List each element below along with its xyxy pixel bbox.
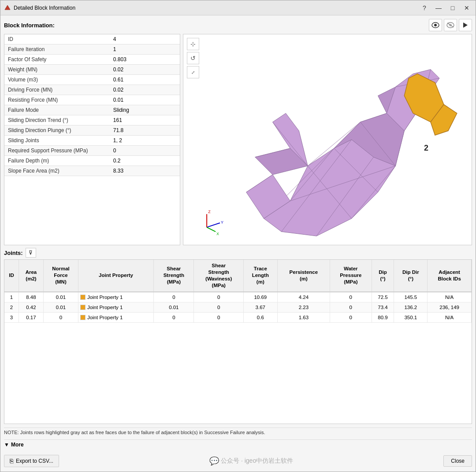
block-info-row: Driving Force (MN) 0.02 bbox=[4, 85, 180, 95]
block-property-label: Failure Iteration bbox=[4, 44, 110, 55]
joint-persistence: 4.24 bbox=[277, 292, 330, 302]
watermark-icon: 💬 bbox=[209, 456, 219, 466]
svg-text:Y: Y bbox=[221, 220, 223, 225]
zoom-fit-button[interactable]: ⤢ bbox=[187, 66, 199, 78]
block-property-value: 0.01 bbox=[110, 95, 180, 105]
help-button[interactable]: ? bbox=[419, 3, 430, 13]
block-property-value: 0.02 bbox=[110, 65, 180, 75]
block-property-label: Failure Mode bbox=[4, 105, 110, 115]
joint-color-indicator bbox=[80, 295, 86, 300]
joint-shear-strength: 0 bbox=[154, 312, 194, 322]
joint-property-name: Joint Property 1 bbox=[87, 315, 123, 320]
table-row: 2 0.42 0.01 Joint Property 1 0.01 0 3.67… bbox=[4, 302, 472, 312]
eye-visible-button[interactable] bbox=[429, 19, 442, 31]
block-property-value: 0 bbox=[110, 146, 180, 156]
block-info-header: Block Information: bbox=[4, 19, 472, 31]
joint-dip: 73.4 bbox=[372, 302, 394, 312]
more-toggle[interactable]: ▼ More bbox=[4, 442, 24, 448]
export-icon: ⎘ bbox=[10, 457, 13, 465]
joint-id: 1 bbox=[4, 292, 19, 302]
joint-dip-dir: 350.1 bbox=[394, 312, 428, 322]
joint-adjacent: N/A bbox=[428, 292, 472, 302]
block-property-label: Factor Of Safety bbox=[4, 55, 110, 65]
block-info-row: Slope Face Area (m2) 8.33 bbox=[4, 166, 180, 176]
block-property-label: Resisting Force (MN) bbox=[4, 95, 110, 105]
joint-shear-waviness: 0 bbox=[194, 312, 243, 322]
joint-property: Joint Property 1 bbox=[78, 292, 153, 302]
viewport-controls: ⊹ ↺ ⤢ bbox=[187, 38, 199, 78]
col-header-shear-waviness: ShearStrength(Waviness)(MPa) bbox=[194, 260, 243, 292]
eye-hidden-button[interactable] bbox=[444, 19, 457, 31]
joint-normal-force: 0 bbox=[44, 312, 78, 322]
joint-persistence: 1.63 bbox=[277, 312, 330, 322]
block-property-label: Required Support Pressure (MPa) bbox=[4, 146, 110, 156]
window-close-button[interactable]: ✕ bbox=[461, 3, 472, 13]
joint-property-name: Joint Property 1 bbox=[87, 305, 123, 310]
rotate-button[interactable]: ↺ bbox=[187, 52, 199, 64]
block-info-row: Resisting Force (MN) 0.01 bbox=[4, 95, 180, 105]
watermark: 💬 公众号 · igeo中仿岩土软件 bbox=[209, 456, 293, 466]
block-property-value: 4 bbox=[110, 34, 180, 44]
block-property-value: 1, 2 bbox=[110, 136, 180, 146]
pan-button[interactable]: ⊹ bbox=[187, 38, 199, 50]
minimize-button[interactable]: — bbox=[433, 3, 444, 13]
filter-button[interactable]: ⊽ bbox=[26, 248, 36, 258]
toolbar-icons bbox=[429, 19, 472, 31]
block-property-value: 1 bbox=[110, 44, 180, 55]
svg-marker-0 bbox=[5, 5, 10, 10]
joint-shear-strength: 0.01 bbox=[154, 302, 194, 312]
block-property-label: Sliding Direction Plunge (°) bbox=[4, 125, 110, 136]
joints-table-wrapper[interactable]: ID Area(m2) NormalForce(MN) Joint Proper… bbox=[4, 259, 472, 424]
block-property-value: 0.803 bbox=[110, 55, 180, 65]
block-info-row: Failure Depth (m) 0.2 bbox=[4, 156, 180, 166]
block-property-label: Slope Face Area (m2) bbox=[4, 166, 110, 176]
joint-area: 0.17 bbox=[19, 312, 43, 322]
joint-area: 8.48 bbox=[19, 292, 43, 302]
joint-water-pressure: 0 bbox=[330, 312, 372, 322]
svg-marker-6 bbox=[463, 22, 468, 28]
app-icon bbox=[4, 4, 11, 11]
block-info-row: Factor Of Safety 0.803 bbox=[4, 55, 180, 65]
col-header-id: ID bbox=[4, 260, 19, 292]
col-header-adjacent: AdjacentBlock IDs bbox=[428, 260, 472, 292]
block-info-row: Sliding Direction Trend (°) 161 bbox=[4, 115, 180, 125]
joint-id: 3 bbox=[4, 312, 19, 322]
block-info-row: Sliding Joints 1, 2 bbox=[4, 136, 180, 146]
svg-text:Z: Z bbox=[208, 210, 211, 214]
joint-shear-waviness: 0 bbox=[194, 292, 243, 302]
joint-water-pressure: 0 bbox=[330, 302, 372, 312]
joint-trace-length: 3.67 bbox=[243, 302, 277, 312]
svg-point-2 bbox=[434, 24, 437, 26]
block-property-value: 0.61 bbox=[110, 75, 180, 85]
bottom-bar: ⎘ Export to CSV... 💬 公众号 · igeo中仿岩土软件 Cl… bbox=[4, 452, 472, 468]
joint-shear-waviness: 0 bbox=[194, 302, 243, 312]
export-csv-button[interactable]: ⎘ Export to CSV... bbox=[4, 455, 59, 467]
table-row: 1 8.48 0.01 Joint Property 1 0 0 10.69 4… bbox=[4, 292, 472, 302]
block-property-value: 0.2 bbox=[110, 156, 180, 166]
joint-property: Joint Property 1 bbox=[78, 312, 153, 322]
joint-trace-length: 10.69 bbox=[243, 292, 277, 302]
joint-shear-strength: 0 bbox=[154, 292, 194, 302]
play-button[interactable] bbox=[459, 19, 472, 31]
block-number-label: 2 bbox=[424, 144, 428, 152]
export-label: Export to CSV... bbox=[16, 458, 53, 464]
joint-persistence: 2.23 bbox=[277, 302, 330, 312]
svg-line-34 bbox=[207, 223, 220, 227]
content-area: Block Information: ID 4 Failure It bbox=[0, 15, 476, 472]
joint-adjacent: 236, 149 bbox=[428, 302, 472, 312]
block-info-title: Block Information: bbox=[4, 22, 55, 29]
col-header-dip: Dip(°) bbox=[372, 260, 394, 292]
main-window: Detailed Block Information ? — □ ✕ Block… bbox=[0, 0, 476, 472]
joints-label: Joints: bbox=[4, 250, 23, 256]
block-info-row: Failure Mode Sliding bbox=[4, 105, 180, 115]
block-info-table-container: ID 4 Failure Iteration 1 Factor Of Safet… bbox=[4, 34, 180, 245]
3d-viewport: ⊹ ↺ ⤢ bbox=[183, 34, 472, 245]
close-main-button[interactable]: Close bbox=[443, 455, 472, 467]
col-header-trace-length: TraceLength(m) bbox=[243, 260, 277, 292]
svg-line-5 bbox=[447, 23, 454, 27]
joint-water-pressure: 0 bbox=[330, 292, 372, 302]
col-header-persistence: Persistence(m) bbox=[277, 260, 330, 292]
more-label: More bbox=[11, 442, 24, 448]
maximize-button[interactable]: □ bbox=[447, 3, 458, 13]
block-info-row: Failure Iteration 1 bbox=[4, 44, 180, 55]
